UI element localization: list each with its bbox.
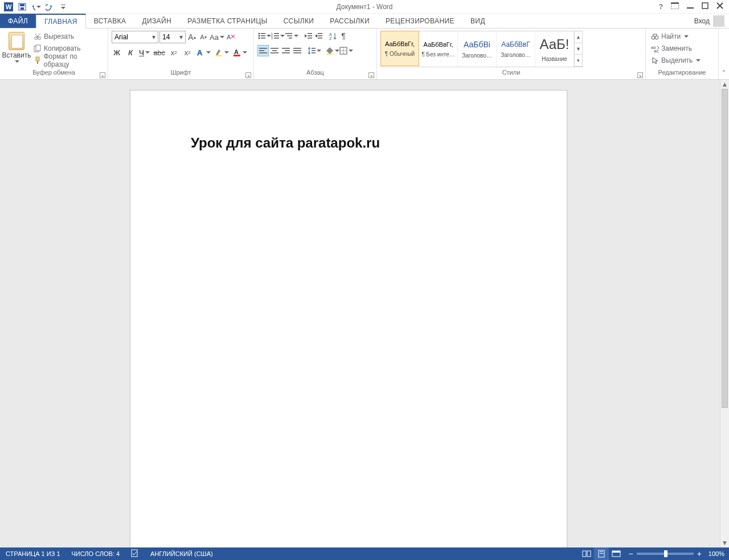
help-icon[interactable]: ? xyxy=(659,3,663,11)
tab-home[interactable]: ГЛАВНАЯ xyxy=(36,14,86,28)
strike-button[interactable]: abc xyxy=(153,47,165,58)
zoom-label[interactable]: 100% xyxy=(708,550,724,557)
tab-design[interactable]: ДИЗАЙН xyxy=(134,14,179,28)
svg-rect-58 xyxy=(312,52,316,54)
document-text[interactable]: Урок для сайта paratapok.ru xyxy=(191,135,380,150)
status-words[interactable]: ЧИСЛО СЛОВ: 4 xyxy=(66,550,126,557)
clear-format-button[interactable]: A xyxy=(226,32,236,42)
shading-button[interactable] xyxy=(326,46,339,56)
close-icon[interactable] xyxy=(716,2,723,11)
numbering-button[interactable]: 123 xyxy=(271,31,285,41)
style-item-3[interactable]: АаБбВвГЗаголово… xyxy=(497,31,535,67)
tab-insert[interactable]: ВСТАВКА xyxy=(86,14,134,28)
svg-point-64 xyxy=(655,36,658,39)
italic-button[interactable]: К xyxy=(125,47,136,58)
tab-view[interactable]: ВИД xyxy=(462,14,493,28)
indent-dec-button[interactable] xyxy=(303,31,313,41)
align-justify-button[interactable] xyxy=(292,45,303,56)
status-page[interactable]: СТРАНИЦА 1 ИЗ 1 xyxy=(0,550,66,557)
vertical-scrollbar[interactable]: ▲ ▼ xyxy=(720,80,729,547)
tab-mailings[interactable]: РАССЫЛКИ xyxy=(322,14,378,28)
zoom-in-button[interactable]: + xyxy=(697,549,702,558)
save-icon[interactable] xyxy=(17,2,27,12)
svg-rect-0 xyxy=(4,2,13,11)
borders-button[interactable] xyxy=(339,46,353,56)
subscript-button[interactable]: x2 xyxy=(169,47,179,58)
sort-button[interactable]: AZ xyxy=(328,31,338,41)
status-proofing[interactable] xyxy=(125,549,145,558)
tab-review[interactable]: РЕЦЕНЗИРОВАНИЕ xyxy=(378,14,462,28)
underline-button[interactable]: Ч xyxy=(139,47,150,58)
tab-layout[interactable]: РАЗМЕТКА СТРАНИЦЫ xyxy=(179,14,275,28)
styles-more-button[interactable]: ▾ xyxy=(575,55,582,67)
scroll-up-icon[interactable]: ▲ xyxy=(720,80,729,89)
align-center-button[interactable] xyxy=(269,45,280,56)
style-item-1[interactable]: АаБбВвГг,¶ Без инте… xyxy=(419,31,458,67)
minimize-icon[interactable] xyxy=(687,2,694,11)
dialog-launcher-icon[interactable] xyxy=(368,72,374,78)
chevron-down-icon[interactable]: ▾ xyxy=(150,33,158,41)
bullets-button[interactable] xyxy=(257,31,271,41)
font-name-combo[interactable]: ▾ xyxy=(112,31,158,43)
sign-in[interactable]: Вход xyxy=(694,14,729,28)
highlight-button[interactable] xyxy=(214,47,229,58)
tab-file[interactable]: ФАЙЛ xyxy=(0,14,36,28)
tab-references[interactable]: ССЫЛКИ xyxy=(276,14,322,28)
dialog-launcher-icon[interactable] xyxy=(245,72,251,78)
qat-customize-icon[interactable] xyxy=(58,2,68,12)
view-web-button[interactable] xyxy=(609,547,624,560)
font-color-button[interactable]: A xyxy=(232,47,247,58)
ribbon-display-icon[interactable] xyxy=(671,2,679,11)
replace-icon: abac xyxy=(651,44,659,52)
status-language[interactable]: АНГЛИЙСКИЙ (США) xyxy=(145,550,219,557)
show-marks-button[interactable]: ¶ xyxy=(338,31,349,41)
dialog-launcher-icon[interactable] xyxy=(637,72,643,78)
style-item-0[interactable]: АаБбВвГг,¶ Обычный xyxy=(380,31,419,66)
find-button[interactable]: Найти xyxy=(649,31,702,42)
dialog-launcher-icon[interactable] xyxy=(100,72,105,78)
maximize-icon[interactable] xyxy=(702,2,708,11)
styles-down-button[interactable]: ▼ xyxy=(575,43,582,55)
chevron-down-icon[interactable]: ▾ xyxy=(177,33,185,41)
undo-icon[interactable] xyxy=(31,2,41,12)
bold-button[interactable]: Ж xyxy=(112,47,122,58)
svg-rect-6 xyxy=(671,2,679,9)
font-size-input[interactable] xyxy=(160,33,177,41)
indent-inc-button[interactable] xyxy=(313,31,323,41)
format-painter-button[interactable]: Формат по образцу xyxy=(32,55,104,66)
styles-up-button[interactable]: ▲ xyxy=(575,31,582,43)
scrollbar-thumb[interactable] xyxy=(722,89,728,408)
align-right-button[interactable] xyxy=(280,45,292,56)
word-app-icon[interactable]: W xyxy=(3,2,14,12)
superscript-button[interactable]: x2 xyxy=(182,47,193,58)
ribbon-tabs: ФАЙЛ ГЛАВНАЯ ВСТАВКА ДИЗАЙН РАЗМЕТКА СТР… xyxy=(0,14,729,28)
cut-button[interactable]: Вырезать xyxy=(32,31,104,42)
zoom-thumb[interactable] xyxy=(664,550,667,557)
svg-point-10 xyxy=(35,37,38,40)
replace-button[interactable]: abac Заменить xyxy=(649,43,702,54)
collapse-ribbon-button[interactable]: ˄ xyxy=(719,28,729,79)
change-case-button[interactable]: Aa xyxy=(210,32,224,42)
view-read-button[interactable] xyxy=(579,547,594,560)
text-effects-button[interactable]: A xyxy=(196,47,211,58)
shrink-font-button[interactable]: A▾ xyxy=(198,32,208,42)
view-print-button[interactable] xyxy=(594,547,609,560)
select-button[interactable]: Выделить xyxy=(649,55,702,66)
page[interactable]: Урок для сайта paratapok.ru xyxy=(130,90,567,547)
align-left-button[interactable] xyxy=(257,45,269,56)
font-size-combo[interactable]: ▾ xyxy=(159,31,186,43)
scroll-down-icon[interactable]: ▼ xyxy=(720,538,729,547)
font-name-input[interactable] xyxy=(112,33,150,41)
style-item-2[interactable]: АаБбВіЗаголово… xyxy=(458,31,497,67)
paste-button[interactable]: Вставить xyxy=(3,31,30,63)
svg-rect-45 xyxy=(259,50,264,51)
redo-icon[interactable] xyxy=(44,2,55,12)
multilevel-button[interactable] xyxy=(285,31,298,41)
style-item-4[interactable]: АаБ!Название xyxy=(535,31,574,67)
zoom-slider[interactable] xyxy=(637,553,694,555)
line-spacing-button[interactable] xyxy=(308,46,321,56)
zoom-out-button[interactable]: − xyxy=(628,549,633,558)
svg-rect-69 xyxy=(587,551,591,557)
cut-label: Вырезать xyxy=(44,32,74,40)
grow-font-button[interactable]: A▴ xyxy=(187,32,197,42)
